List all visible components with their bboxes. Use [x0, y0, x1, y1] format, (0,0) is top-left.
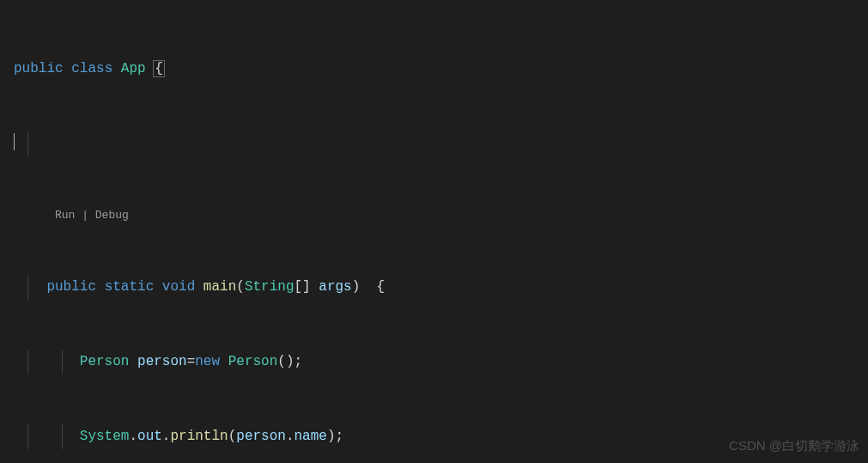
- keyword: class: [71, 61, 112, 76]
- semicolon: ;: [294, 354, 302, 369]
- method: println: [170, 429, 228, 444]
- class-ref: System: [80, 429, 130, 444]
- keyword: public: [46, 279, 96, 295]
- variable: args: [319, 279, 351, 295]
- property: name: [294, 429, 327, 444]
- cursor: [14, 133, 15, 150]
- brace: {: [377, 279, 385, 295]
- paren: (: [236, 279, 245, 295]
- bracket-match: {: [153, 60, 165, 77]
- keyword: static: [105, 279, 155, 295]
- keyword: public: [14, 61, 64, 76]
- variable: person: [137, 354, 187, 369]
- keyword: void: [162, 279, 195, 295]
- paren: ): [352, 279, 361, 295]
- code-editor[interactable]: public class App { Run | Debug public st…: [0, 0, 868, 463]
- brackets: []: [294, 279, 310, 295]
- codelens-sep: |: [75, 209, 94, 222]
- keyword: new: [195, 354, 220, 369]
- debug-codelens[interactable]: Debug: [95, 209, 129, 222]
- code-line[interactable]: public class App {: [7, 57, 868, 82]
- type: Person: [80, 354, 130, 369]
- type: String: [245, 279, 294, 295]
- run-codelens[interactable]: Run: [55, 209, 75, 222]
- type: Person: [228, 354, 278, 369]
- code-line[interactable]: [7, 131, 868, 156]
- parens: (): [277, 354, 294, 369]
- function-name: main: [203, 279, 236, 295]
- class-name: App: [121, 61, 146, 76]
- codelens: Run | Debug: [7, 206, 868, 225]
- operator: =: [187, 354, 196, 369]
- code-line[interactable]: public static void main(String[] args) {: [7, 275, 868, 300]
- code-line[interactable]: Person person=new Person();: [7, 350, 868, 375]
- variable: person: [236, 429, 286, 444]
- field: out: [137, 429, 162, 444]
- watermark: CSDN @白切鹅学游泳: [729, 433, 859, 458]
